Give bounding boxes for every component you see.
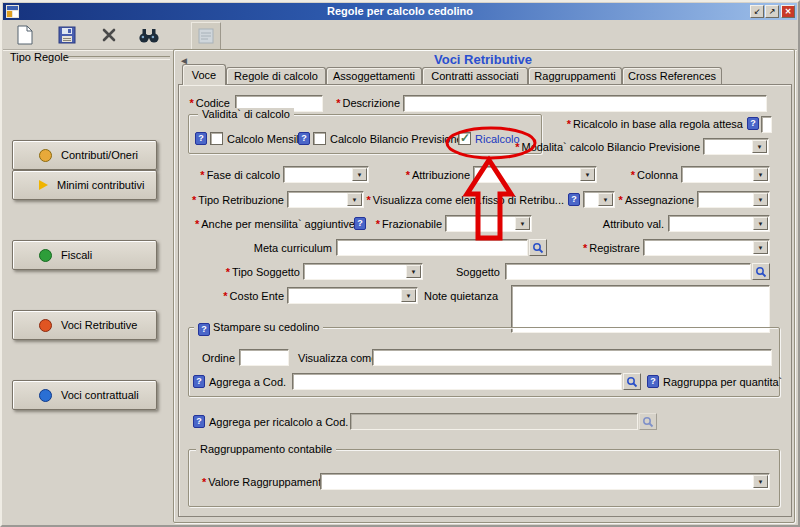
- search-icon: [642, 416, 654, 428]
- visualizza-elem-help-icon[interactable]: ?: [568, 193, 580, 206]
- chevron-down-icon[interactable]: ▼: [753, 475, 768, 488]
- fiscali-icon: [39, 249, 52, 262]
- sidebar-item-label: Fiscali: [61, 249, 92, 261]
- frazionabile-label: *Frazionabile: [354, 218, 442, 230]
- chevron-down-icon[interactable]: ▼: [753, 193, 768, 206]
- soggetto-lookup-button[interactable]: [752, 263, 770, 280]
- chevron-down-icon[interactable]: ▼: [752, 140, 767, 153]
- meta-curriculum-lookup-button[interactable]: [529, 239, 547, 256]
- calcolo-bilancio-help-icon[interactable]: ?: [298, 132, 310, 145]
- valore-raggruppamento-select[interactable]: ▼: [320, 473, 770, 490]
- toolbar: [3, 20, 797, 50]
- search-icon: [626, 376, 638, 388]
- attributo-val-select[interactable]: ▼: [668, 215, 770, 232]
- delete-button[interactable]: [95, 22, 123, 48]
- raggruppamento-legend: Raggruppamento contabile: [196, 443, 336, 455]
- sidebar-item-label: Minimi contributivi: [57, 179, 144, 191]
- ordine-input[interactable]: [239, 349, 289, 366]
- tab-contratti-associati[interactable]: Contratti associati: [422, 67, 528, 84]
- costo-ente-select[interactable]: ▼: [287, 287, 418, 304]
- tab-cross-references[interactable]: Cross References: [622, 67, 722, 84]
- app-window: Regole per calcolo cedolino ↙ ↗ ✕: [0, 0, 800, 527]
- search-button[interactable]: [135, 22, 163, 48]
- valore-raggruppamento-label: *Valore Raggruppamento: [202, 476, 327, 488]
- calcolo-mensile-help-icon[interactable]: ?: [195, 132, 207, 145]
- sidebar-item-contributi-oneri[interactable]: Contributi/Oneri: [12, 140, 157, 170]
- frazionabile-select[interactable]: ▼: [445, 215, 532, 232]
- visualizza-come-label: Visualizza come: [298, 352, 377, 364]
- sidebar-item-label: Voci Retributive: [61, 319, 137, 331]
- calcolo-mensile-label: Calcolo Mensile: [227, 133, 305, 145]
- chevron-down-icon[interactable]: ▼: [406, 265, 421, 278]
- chevron-down-icon[interactable]: ▼: [580, 168, 595, 181]
- new-document-icon: [17, 25, 34, 45]
- chevron-down-icon[interactable]: ▼: [352, 168, 367, 181]
- meta-curriculum-label: Meta curriculum: [232, 242, 332, 254]
- tab-voce[interactable]: Voce: [182, 64, 226, 85]
- chevron-down-icon[interactable]: ▼: [401, 289, 416, 302]
- registrare-select[interactable]: ▼: [643, 239, 770, 256]
- disabled-tool-button: [191, 22, 221, 50]
- tool-icon: [197, 27, 215, 45]
- tipo-soggetto-select[interactable]: ▼: [303, 263, 423, 280]
- note-quietanza-textarea[interactable]: [511, 285, 770, 333]
- modalita-select[interactable]: ▼: [703, 138, 769, 155]
- tab-assoggettamenti[interactable]: Assoggettamenti: [326, 67, 422, 84]
- new-button[interactable]: [11, 22, 39, 48]
- ordine-label: Ordine: [202, 352, 235, 364]
- close-button[interactable]: ✕: [781, 5, 795, 18]
- note-quietanza-label: Note quietanza: [424, 290, 498, 302]
- delete-x-icon: [101, 27, 117, 43]
- sidebar-item-fiscali[interactable]: Fiscali: [12, 240, 157, 270]
- soggetto-input[interactable]: [505, 263, 751, 280]
- ricalcolo-base-help-icon[interactable]: ?: [747, 117, 759, 130]
- tab-raggruppamenti[interactable]: Raggruppamenti: [528, 67, 622, 84]
- sidebar-title: Tipo Regole: [10, 51, 69, 63]
- aggrega-ricalcolo-label: Aggrega per ricalcolo a Cod.: [209, 416, 348, 428]
- fase-select[interactable]: ▼: [283, 166, 369, 183]
- aggrega-cod-input[interactable]: [292, 373, 622, 390]
- raggruppa-quantita-help-icon[interactable]: ?: [647, 375, 659, 388]
- colonna-select[interactable]: ▼: [681, 166, 770, 183]
- tipo-soggetto-label: *Tipo Soggetto: [212, 266, 300, 278]
- assegnazione-select[interactable]: ▼: [697, 191, 770, 208]
- minimi-contributivi-icon: [39, 180, 48, 190]
- descrizione-label: *Descrizione: [302, 97, 400, 109]
- calcolo-mensile-checkbox[interactable]: [210, 132, 223, 145]
- binoculars-icon: [138, 27, 160, 44]
- aggrega-ricalcolo-cod-input: [350, 413, 638, 430]
- maximize-button[interactable]: ↗: [765, 5, 779, 18]
- aggrega-help-icon[interactable]: ?: [193, 375, 205, 388]
- ricalcolo-checkbox[interactable]: ✓: [458, 132, 471, 145]
- voci-contrattuali-icon: [39, 389, 52, 402]
- voci-retributive-icon: [39, 319, 52, 332]
- meta-curriculum-input[interactable]: [336, 239, 528, 256]
- fase-label: *Fase di calcolo: [172, 169, 280, 181]
- ricalcolo-base-label: *Ricalcolo in base alla regola attesa: [522, 118, 743, 130]
- aggrega-ricalcolo-help-icon[interactable]: ?: [193, 415, 205, 428]
- title-bar: Regole per calcolo cedolino ↙ ↗ ✕: [3, 3, 797, 20]
- descrizione-input[interactable]: [403, 95, 767, 112]
- search-icon: [755, 266, 767, 278]
- sidebar-item-minimi-contributivi[interactable]: Minimi contributivi: [12, 170, 157, 200]
- aggrega-lookup-button[interactable]: [623, 373, 641, 390]
- colonna-label: *Colonna: [598, 169, 678, 181]
- visualizza-elem-label: *Visualizza come elem.fisso di Retribu..…: [342, 194, 564, 206]
- save-icon: [58, 26, 76, 44]
- calcolo-bilancio-checkbox[interactable]: [313, 132, 326, 145]
- save-button[interactable]: [53, 22, 81, 48]
- sidebar-item-voci-contrattuali[interactable]: Voci contrattuali: [12, 380, 157, 410]
- minimize-button[interactable]: ↙: [750, 5, 764, 18]
- chevron-down-icon[interactable]: ▼: [515, 217, 530, 230]
- stampare-help-icon[interactable]: ?: [198, 323, 210, 336]
- chevron-down-icon[interactable]: ▼: [753, 241, 768, 254]
- attribuzione-select[interactable]: ▼: [473, 166, 597, 183]
- tab-regole-di-calcolo[interactable]: Regole di calcolo: [226, 67, 326, 84]
- ricalcolo-base-input[interactable]: [761, 116, 772, 133]
- visualizza-come-input[interactable]: [372, 349, 772, 366]
- sidebar-item-voci-retributive[interactable]: Voci Retributive: [12, 310, 157, 340]
- stampare-legend: ? Stampare su cedolino: [194, 321, 323, 335]
- registrare-label: *Registrare: [548, 242, 640, 254]
- chevron-down-icon[interactable]: ▼: [753, 168, 768, 181]
- chevron-down-icon[interactable]: ▼: [753, 217, 768, 230]
